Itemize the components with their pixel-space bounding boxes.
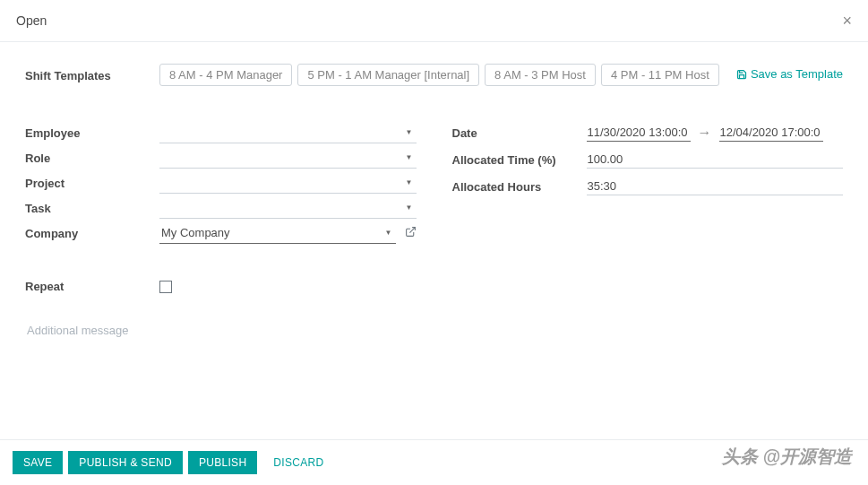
repeat-label: Repeat: [25, 280, 159, 293]
external-link-icon[interactable]: [405, 226, 417, 240]
task-label: Task: [25, 202, 159, 215]
task-select[interactable]: ▼: [159, 197, 417, 219]
chevron-down-icon: ▼: [385, 229, 392, 237]
company-field: Company My Company ▼: [25, 221, 417, 246]
template-pill[interactable]: 8 AM - 4 PM Manager: [159, 64, 292, 86]
date-label: Date: [452, 126, 587, 140]
chevron-down-icon: ▼: [406, 128, 413, 136]
modal-title: Open: [16, 13, 47, 28]
role-field: Role ▼: [25, 145, 417, 170]
allocated-time-input[interactable]: [587, 151, 844, 169]
project-select[interactable]: ▼: [159, 172, 417, 194]
date-to-input[interactable]: [719, 124, 823, 142]
chevron-down-icon: ▼: [406, 204, 413, 212]
discard-button[interactable]: DISCARD: [262, 451, 334, 474]
svg-line-0: [409, 228, 415, 233]
shift-templates-label: Shift Templates: [25, 64, 159, 82]
modal-header: Open ×: [0, 0, 868, 42]
template-pill[interactable]: 8 AM - 3 PM Host: [485, 64, 596, 86]
role-select[interactable]: ▼: [159, 147, 417, 169]
template-pill[interactable]: 4 PM - 11 PM Host: [601, 64, 719, 86]
save-as-template-button[interactable]: Save as Template: [736, 64, 843, 81]
close-icon[interactable]: ×: [842, 13, 852, 29]
left-column: Employee ▼ Role ▼ Project ▼: [25, 120, 417, 246]
modal-body: Shift Templates 8 AM - 4 PM Manager 5 PM…: [0, 42, 868, 350]
save-icon: [736, 69, 747, 80]
save-as-template-label: Save as Template: [751, 67, 843, 81]
chevron-down-icon: ▼: [406, 153, 413, 161]
employee-label: Employee: [25, 126, 159, 140]
date-field: Date →: [452, 120, 844, 145]
allocated-hours-input[interactable]: [587, 178, 844, 195]
chevron-down-icon: ▼: [406, 178, 413, 186]
modal-footer: SAVE PUBLISH & SEND PUBLISH DISCARD: [0, 439, 868, 485]
allocated-hours-field: Allocated Hours: [452, 174, 844, 199]
project-label: Project: [25, 177, 159, 190]
additional-message-input[interactable]: Additional message: [25, 320, 843, 341]
shift-templates-section: Shift Templates 8 AM - 4 PM Manager 5 PM…: [25, 64, 843, 86]
repeat-checkbox[interactable]: [159, 281, 172, 293]
company-value: My Company: [159, 226, 385, 239]
publish-send-button[interactable]: PUBLISH & SEND: [68, 451, 183, 474]
role-label: Role: [25, 152, 159, 165]
repeat-field: Repeat: [25, 280, 843, 293]
project-field: Project ▼: [25, 170, 417, 195]
employee-select[interactable]: ▼: [159, 122, 417, 143]
publish-button[interactable]: PUBLISH: [188, 451, 257, 474]
date-from-input[interactable]: [587, 124, 691, 142]
form-columns: Employee ▼ Role ▼ Project ▼: [25, 120, 843, 246]
save-button[interactable]: SAVE: [13, 451, 63, 474]
allocated-time-field: Allocated Time (%): [452, 147, 844, 172]
right-column: Date → Allocated Time (%) Allocated Hour…: [452, 120, 844, 246]
allocated-time-label: Allocated Time (%): [452, 153, 587, 167]
company-select[interactable]: My Company ▼: [159, 222, 396, 244]
allocated-hours-label: Allocated Hours: [452, 180, 587, 194]
company-label: Company: [25, 227, 159, 240]
task-field: Task ▼: [25, 195, 417, 221]
template-pills: 8 AM - 4 PM Manager 5 PM - 1 AM Manager …: [159, 64, 736, 86]
employee-field: Employee ▼: [25, 120, 417, 145]
template-pill[interactable]: 5 PM - 1 AM Manager [Internal]: [297, 64, 479, 86]
arrow-right-icon: →: [698, 125, 712, 141]
